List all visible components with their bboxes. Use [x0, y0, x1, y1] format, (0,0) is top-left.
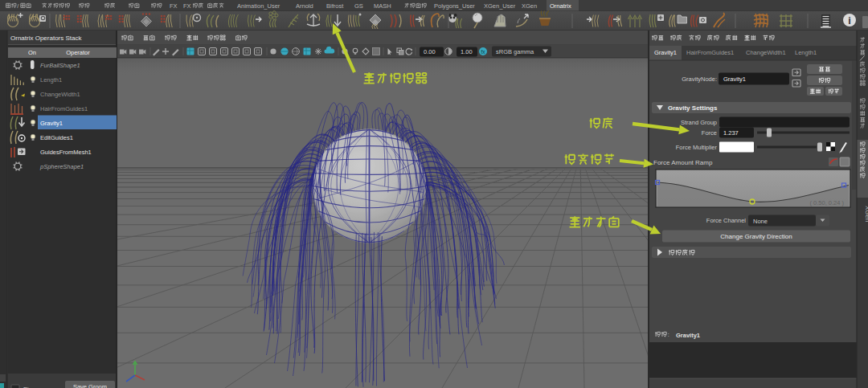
svg-text:Bifrost: Bifrost [326, 2, 344, 10]
svg-text:Force: Force [702, 129, 717, 137]
svg-text:On: On [28, 49, 36, 56]
svg-text:FX: FX [170, 2, 178, 10]
svg-text:ChangeWidth1: ChangeWidth1 [746, 49, 786, 56]
svg-text:GS: GS [354, 2, 363, 10]
svg-text:Polygons_User: Polygons_User [434, 2, 475, 10]
svg-text:Ornatrix: Ornatrix [550, 2, 571, 10]
svg-text:0.00: 0.00 [424, 48, 436, 55]
svg-text:GuidesFromMesh1: GuidesFromMesh1 [40, 149, 92, 156]
svg-text:Gravity1: Gravity1 [40, 120, 63, 127]
svg-text:Ornatrix Operators Stack: Ornatrix Operators Stack [10, 35, 82, 42]
svg-text:Force Channel: Force Channel [706, 217, 747, 224]
svg-text:( 0.50, 0.24 ): ( 0.50, 0.24 ) [809, 199, 844, 206]
svg-text:Gravity1: Gravity1 [723, 76, 746, 83]
svg-text:Force Amount Ramp: Force Amount Ramp [653, 159, 713, 166]
svg-text:i: i [848, 14, 851, 27]
svg-text:1.00: 1.00 [461, 48, 473, 55]
svg-text:fx: fx [481, 49, 485, 55]
svg-text:Change Gravity Direction: Change Gravity Direction [720, 233, 792, 240]
svg-text:Gravity Settings: Gravity Settings [668, 104, 718, 112]
svg-text:MASH: MASH [374, 2, 391, 10]
svg-text::: : [668, 332, 669, 337]
svg-text:Gravity1: Gravity1 [676, 332, 700, 339]
svg-text:HairFromGuides1: HairFromGuides1 [686, 49, 734, 56]
svg-text:1.237: 1.237 [723, 129, 739, 137]
svg-text:Length1: Length1 [40, 76, 62, 84]
svg-text:pSphereShape1: pSphereShape1 [39, 163, 84, 170]
svg-text:Length1: Length1 [795, 49, 817, 56]
svg-text:FurBallShape1: FurBallShape1 [40, 62, 80, 69]
svg-text:XGen: XGen [522, 2, 537, 10]
svg-text:Strand Group: Strand Group [681, 119, 717, 126]
svg-text:Arnold: Arnold [296, 2, 313, 10]
svg-text:XGen: XGen [864, 206, 868, 222]
svg-text:Gravity1: Gravity1 [654, 49, 677, 56]
svg-text:sRGB gamma: sRGB gamma [496, 48, 534, 55]
svg-text:HairFromGuides1: HairFromGuides1 [40, 105, 88, 112]
svg-text:XGen_User: XGen_User [484, 2, 516, 10]
svg-text:FX: FX [183, 2, 191, 10]
svg-text:ChangeWidth1: ChangeWidth1 [40, 91, 80, 98]
svg-text:Operator: Operator [66, 49, 90, 56]
svg-text:Save Groom: Save Groom [73, 383, 107, 388]
svg-text:None: None [753, 218, 768, 225]
svg-text:GravityNode:: GravityNode: [682, 76, 717, 83]
svg-text:Animation_User: Animation_User [237, 2, 280, 10]
svg-text:EditGuides1: EditGuides1 [40, 134, 73, 141]
svg-text:Force Multiplier: Force Multiplier [676, 144, 718, 151]
